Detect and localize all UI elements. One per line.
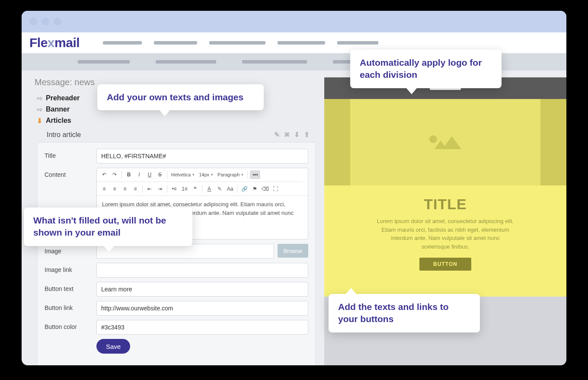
indent-icon[interactable]: ⇥ [155,184,165,194]
list-ul-icon[interactable]: •≡ [169,184,179,194]
block-select[interactable]: Paragraph [216,170,245,179]
bold-icon[interactable]: B [124,170,134,179]
preview-title: TITLE [368,196,523,213]
align-center-icon[interactable]: ≡ [110,184,119,194]
flag-icon[interactable]: ⚑ [250,184,259,194]
arrow-down-icon: ⬇ [36,118,42,124]
preview-button: BUTTON [419,258,471,271]
section-name: Intro article [47,131,81,139]
image-label: Image [45,248,96,255]
expand-icon[interactable]: ⛶ [271,184,280,194]
font-select[interactable]: Helvetica [169,170,196,179]
button-text-label: Button text [45,282,96,292]
preview-text-block: TITLE Lorem ipsum dolor sit amet, consec… [350,185,540,284]
title-label: Title [45,149,96,159]
undo-icon[interactable]: ↶ [99,170,109,179]
rte-toolbar: ↶ ↷ B I U S Helvetica 14px Paragraph [97,168,308,196]
link-icon[interactable]: 🔗 [240,184,249,194]
redo-icon[interactable]: ↷ [110,170,119,179]
save-button[interactable]: Save [96,339,130,354]
delete-icon[interactable]: ✖ [284,131,290,139]
arrow-right-icon: ⇨ [36,95,42,101]
window-dot[interactable] [54,18,61,26]
align-justify-icon[interactable]: ≡ [131,184,140,194]
window-dot[interactable] [42,18,49,26]
image-link-label: Image link [45,263,96,273]
title-input[interactable] [96,149,308,163]
move-up-icon[interactable]: ⬆ [304,131,310,139]
button-color-label: Button color [45,320,96,330]
italic-icon[interactable]: I [134,170,144,179]
underline-icon[interactable]: U [145,170,154,179]
button-link-input[interactable] [96,301,308,316]
nav-placeholder [103,41,378,45]
blockquote-icon[interactable]: ❝ [190,184,200,194]
image-placeholder-icon [429,135,461,149]
sidebar-item-label: Preheader [46,94,80,102]
align-right-icon[interactable]: ≡ [120,184,130,194]
callout-not-shown: What isn't filled out, will not be shown… [24,208,192,246]
section-header: Intro article ✎ ✖ ⬇ ⬆ [35,126,316,142]
edit-icon[interactable]: ✎ [274,131,280,139]
sidebar-item-label: Banner [46,105,70,113]
highlight-icon[interactable]: ✎ [215,184,224,194]
brand-logo: Flexmail [29,35,80,50]
article-form: Title Content ↶ ↷ B I [37,142,316,365]
preview-image-placeholder [350,99,540,185]
move-down-icon[interactable]: ⬇ [294,131,300,139]
callout-add-texts: Add your own texts and images [97,84,264,110]
preview-body: Lorem ipsum dolor sit amet, consectetur … [376,217,514,251]
image-link-input[interactable] [96,263,308,278]
button-text-input[interactable] [96,282,308,297]
clear-icon[interactable]: ⌫ [260,184,270,194]
button-color-input[interactable] [96,320,308,335]
browse-button[interactable]: Browse [278,244,308,258]
more-icon[interactable]: ••• [250,170,260,179]
case-icon[interactable]: Aa [225,184,235,194]
strike-icon[interactable]: S [155,170,165,179]
window-titlebar [22,11,566,32]
align-left-icon[interactable]: ≡ [99,184,109,194]
arrow-right-icon: ⇨ [36,106,42,112]
callout-apply-logo: Automatically apply logo for each divisi… [350,50,502,88]
sidebar-item-articles[interactable]: ⬇ Articles [36,115,316,126]
callout-button-links: Add the texts and links to your buttons [329,294,480,332]
sidebar-item-label: Articles [46,117,71,125]
content-label: Content [45,168,96,178]
list-ol-icon[interactable]: 1≡ [180,184,189,194]
size-select[interactable]: 14px [197,170,215,179]
text-color-icon[interactable]: A [205,184,214,194]
outdent-icon[interactable]: ⇤ [145,184,154,194]
image-input[interactable] [96,244,274,259]
window-dot[interactable] [29,18,37,26]
button-link-label: Button link [45,301,96,311]
